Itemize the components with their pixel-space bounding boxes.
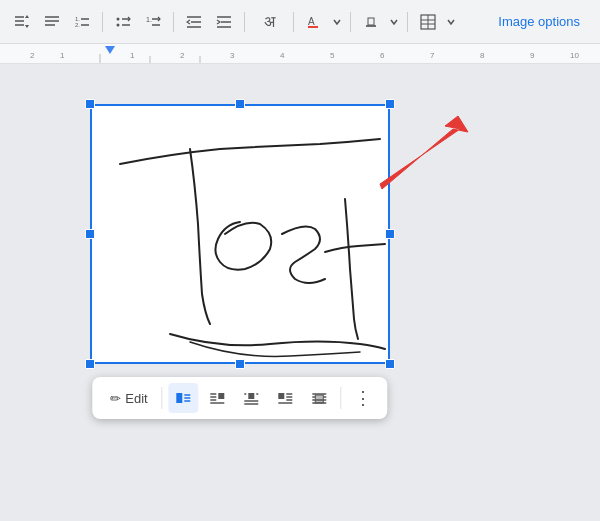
handle-middle-right[interactable] bbox=[385, 229, 395, 239]
table-btn[interactable] bbox=[414, 8, 442, 36]
handle-bottom-center[interactable] bbox=[235, 359, 245, 369]
numbered-list-btn[interactable]: 1. 2. bbox=[68, 8, 96, 36]
more-icon: ⋮ bbox=[354, 387, 372, 409]
table-dropdown[interactable] bbox=[444, 8, 458, 36]
svg-rect-50 bbox=[177, 393, 183, 403]
edit-pencil-icon: ✏ bbox=[110, 391, 121, 406]
svg-rect-54 bbox=[219, 393, 225, 399]
handle-top-center[interactable] bbox=[235, 99, 245, 109]
increase-indent-btn[interactable] bbox=[210, 8, 238, 36]
svg-marker-4 bbox=[25, 25, 29, 28]
svg-text:2.: 2. bbox=[75, 22, 80, 28]
highlight-btn[interactable] bbox=[357, 8, 385, 36]
highlight-dropdown[interactable] bbox=[387, 8, 401, 36]
divider-2 bbox=[173, 12, 174, 32]
hindi-icon: अ bbox=[264, 13, 275, 31]
handle-bottom-right[interactable] bbox=[385, 359, 395, 369]
document-area: ✏ Edit bbox=[0, 64, 600, 521]
svg-rect-26 bbox=[308, 26, 318, 28]
svg-rect-71 bbox=[316, 395, 324, 403]
break-text-btn[interactable] bbox=[237, 383, 267, 413]
selected-image-container[interactable]: ✏ Edit bbox=[90, 104, 390, 364]
svg-text:6: 6 bbox=[380, 51, 385, 60]
divider-4 bbox=[293, 12, 294, 32]
hindi-font-btn[interactable]: अ bbox=[251, 8, 287, 36]
svg-text:1.: 1. bbox=[146, 16, 152, 23]
handle-top-right[interactable] bbox=[385, 99, 395, 109]
svg-text:5: 5 bbox=[330, 51, 335, 60]
svg-text:1: 1 bbox=[130, 51, 135, 60]
handle-bottom-left[interactable] bbox=[85, 359, 95, 369]
image-options-button[interactable]: Image options bbox=[486, 8, 592, 35]
svg-rect-28 bbox=[368, 18, 374, 25]
text-color-btn[interactable]: A bbox=[300, 8, 328, 36]
edit-label: Edit bbox=[125, 391, 147, 406]
divider-5 bbox=[350, 12, 351, 32]
edit-button[interactable]: ✏ Edit bbox=[102, 386, 155, 411]
svg-text:1: 1 bbox=[60, 51, 65, 60]
text-color-dropdown[interactable] bbox=[330, 8, 344, 36]
ordered-list-btn[interactable]: 1. bbox=[139, 8, 167, 36]
svg-point-12 bbox=[117, 17, 120, 20]
svg-text:3: 3 bbox=[230, 51, 235, 60]
svg-text:10: 10 bbox=[570, 51, 579, 60]
svg-point-13 bbox=[117, 23, 120, 26]
bullet-list-btn[interactable] bbox=[109, 8, 137, 36]
image-float-toolbar: ✏ Edit bbox=[92, 377, 387, 419]
handwriting-image bbox=[90, 104, 390, 364]
svg-text:2: 2 bbox=[180, 51, 185, 60]
svg-rect-64 bbox=[279, 393, 285, 399]
divider-1 bbox=[102, 12, 103, 32]
float-divider-1 bbox=[162, 387, 163, 409]
svg-text:A: A bbox=[308, 16, 315, 27]
svg-marker-3 bbox=[25, 15, 29, 18]
wrap-left-btn[interactable] bbox=[203, 383, 233, 413]
svg-text:2: 2 bbox=[30, 51, 35, 60]
divider-3 bbox=[244, 12, 245, 32]
float-divider-2 bbox=[341, 387, 342, 409]
svg-rect-59 bbox=[249, 393, 255, 399]
decrease-indent-btn[interactable] bbox=[180, 8, 208, 36]
ruler: 2 1 1 2 3 4 5 6 7 8 9 10 bbox=[0, 44, 600, 64]
svg-text:7: 7 bbox=[430, 51, 435, 60]
svg-text:4: 4 bbox=[280, 51, 285, 60]
wrap-right-btn[interactable] bbox=[271, 383, 301, 413]
behind-text-btn[interactable] bbox=[305, 383, 335, 413]
line-spacing-btn[interactable] bbox=[8, 8, 36, 36]
svg-marker-49 bbox=[380, 116, 468, 189]
divider-6 bbox=[407, 12, 408, 32]
wrap-inline-btn[interactable] bbox=[169, 383, 199, 413]
more-options-button[interactable]: ⋮ bbox=[348, 383, 378, 413]
handle-middle-left[interactable] bbox=[85, 229, 95, 239]
align-left-btn[interactable] bbox=[38, 8, 66, 36]
svg-text:8: 8 bbox=[480, 51, 485, 60]
handle-top-left[interactable] bbox=[85, 99, 95, 109]
svg-text:9: 9 bbox=[530, 51, 535, 60]
main-toolbar: 1. 2. 1. bbox=[0, 0, 600, 44]
